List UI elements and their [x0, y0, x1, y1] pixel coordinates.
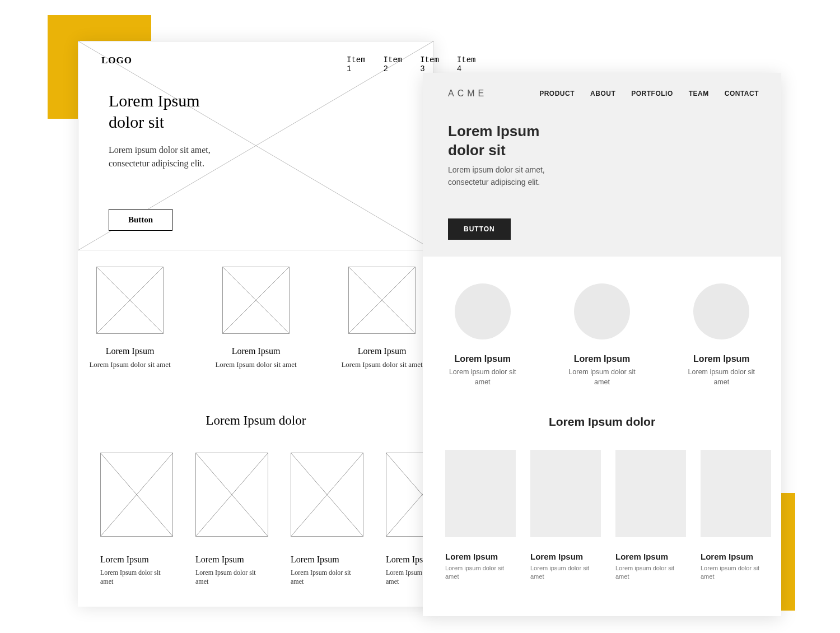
feature-title: Lorem Ipsum: [564, 354, 639, 364]
mockup-nav-item[interactable]: ABOUT: [590, 90, 615, 97]
mockup-logo[interactable]: ACME: [448, 89, 487, 99]
mockup-nav-item[interactable]: PORTFOLIO: [631, 90, 673, 97]
feature-subtitle: Lorem Ipsum dolor sit amet: [88, 360, 172, 370]
wireframe-nav: Item 1 Item 2 Item 3 Item 4: [347, 55, 475, 73]
mockup-portfolio-item: Lorem Ipsum Lorem ipsum dolor sit amet: [701, 450, 771, 581]
mockup-hero-title: Lorem Ipsum dolor sit: [448, 122, 539, 160]
portfolio-title: Lorem Ipsum: [701, 552, 771, 561]
wireframe-nav-item[interactable]: Item 2: [384, 55, 403, 73]
mockup-features-row: Lorem Ipsum Lorem ipsum dolor sit amet L…: [423, 257, 781, 387]
feature-subtitle: Lorem ipsum dolor sit amet: [684, 367, 759, 387]
wireframe-feature-item: Lorem Ipsum Lorem Ipsum dolor sit amet: [88, 267, 172, 370]
wireframe-logo[interactable]: LOGO: [101, 55, 132, 66]
mockup-hero-subtitle: Lorem ipsum dolor sit amet, consectetur …: [448, 164, 545, 189]
feature-title: Lorem Ipsum: [684, 354, 759, 364]
mockup-feature-item: Lorem Ipsum Lorem ipsum dolor sit amet: [564, 283, 639, 387]
portfolio-title: Lorem Ipsum: [100, 555, 173, 565]
mockup-portfolio-item: Lorem Ipsum Lorem ipsum dolor sit amet: [445, 450, 516, 581]
wireframe-feature-item: Lorem Ipsum Lorem Ipsum dolor sit amet: [214, 267, 298, 370]
portfolio-subtitle: Lorem Ipsum dolor sit amet: [291, 568, 363, 586]
portfolio-subtitle: Lorem ipsum dolor sit amet: [615, 564, 686, 581]
image-placeholder-icon: [291, 453, 363, 537]
feature-title: Lorem Ipsum: [445, 354, 520, 364]
rect-placeholder-icon: [615, 450, 686, 537]
feature-subtitle: Lorem Ipsum dolor sit amet: [340, 360, 424, 370]
wireframe-hero-button[interactable]: Button: [109, 209, 172, 231]
circle-placeholder-icon: [693, 283, 749, 339]
wireframe-section-title: Lorem Ipsum dolor: [78, 413, 434, 428]
portfolio-title: Lorem Ipsum: [195, 555, 268, 565]
wireframe-hero-subtitle: Lorem ipsum dolor sit amet, consectetur …: [109, 143, 211, 170]
mockup-nav-item[interactable]: TEAM: [689, 90, 709, 97]
wireframe-panel: LOGO Item 1 Item 2 Item 3 Item 4 Lorem I…: [78, 41, 434, 607]
mockup-hero-button[interactable]: BUTTON: [448, 218, 511, 240]
feature-subtitle: Lorem ipsum dolor sit amet: [564, 367, 639, 387]
feature-subtitle: Lorem ipsum dolor sit amet: [445, 367, 520, 387]
image-placeholder-icon: [96, 267, 164, 334]
wireframe-nav-item[interactable]: Item 4: [457, 55, 476, 73]
circle-placeholder-icon: [574, 283, 630, 339]
mockup-nav-item[interactable]: PRODUCT: [539, 90, 575, 97]
portfolio-subtitle: Lorem Ipsum dolor sit amet: [195, 568, 268, 586]
wireframe-hero-section: LOGO Item 1 Item 2 Item 3 Item 4 Lorem I…: [78, 41, 434, 250]
mockup-portfolio-item: Lorem Ipsum Lorem ipsum dolor sit amet: [615, 450, 686, 581]
portfolio-title: Lorem Ipsum: [530, 552, 601, 561]
portfolio-subtitle: Lorem ipsum dolor sit amet: [701, 564, 771, 581]
portfolio-title: Lorem Ipsum: [291, 555, 363, 565]
image-placeholder-icon: [195, 453, 268, 537]
mockup-hero-section: ACME PRODUCT ABOUT PORTFOLIO TEAM CONTAC…: [423, 73, 781, 257]
wireframe-portfolio-row: Lorem Ipsum Lorem Ipsum dolor sit amet L…: [100, 453, 464, 586]
image-placeholder-icon: [222, 267, 290, 334]
image-placeholder-icon: [348, 267, 416, 334]
mockup-panel: ACME PRODUCT ABOUT PORTFOLIO TEAM CONTAC…: [423, 73, 781, 616]
portfolio-title: Lorem Ipsum: [615, 552, 686, 561]
feature-title: Lorem Ipsum: [214, 346, 298, 356]
wireframe-feature-item: Lorem Ipsum Lorem Ipsum dolor sit amet: [340, 267, 424, 370]
feature-subtitle: Lorem Ipsum dolor sit amet: [214, 360, 298, 370]
wireframe-nav-item[interactable]: Item 3: [420, 55, 439, 73]
portfolio-subtitle: Lorem Ipsum dolor sit amet: [100, 568, 173, 586]
mockup-feature-item: Lorem Ipsum Lorem ipsum dolor sit amet: [445, 283, 520, 387]
portfolio-subtitle: Lorem ipsum dolor sit amet: [445, 564, 516, 581]
wireframe-portfolio-item: Lorem Ipsum Lorem Ipsum dolor sit amet: [291, 453, 363, 586]
feature-title: Lorem Ipsum: [340, 346, 424, 356]
mockup-feature-item: Lorem Ipsum Lorem ipsum dolor sit amet: [684, 283, 759, 387]
rect-placeholder-icon: [530, 450, 601, 537]
wireframe-nav-item[interactable]: Item 1: [347, 55, 366, 73]
wireframe-portfolio-item: Lorem Ipsum Lorem Ipsum dolor sit amet: [100, 453, 173, 586]
rect-placeholder-icon: [701, 450, 771, 537]
wireframe-portfolio-item: Lorem Ipsum Lorem Ipsum dolor sit amet: [195, 453, 268, 586]
mockup-section-title: Lorem Ipsum dolor: [423, 415, 781, 429]
feature-title: Lorem Ipsum: [88, 346, 172, 356]
wireframe-hero-title: Lorem Ipsum dolor sit: [109, 90, 199, 132]
mockup-nav-item[interactable]: CONTACT: [725, 90, 759, 97]
portfolio-title: Lorem Ipsum: [445, 552, 516, 561]
rect-placeholder-icon: [445, 450, 516, 537]
circle-placeholder-icon: [455, 283, 511, 339]
mockup-portfolio-item: Lorem Ipsum Lorem ipsum dolor sit amet: [530, 450, 601, 581]
portfolio-subtitle: Lorem ipsum dolor sit amet: [530, 564, 601, 581]
wireframe-features-row: Lorem Ipsum Lorem Ipsum dolor sit amet L…: [78, 267, 434, 370]
mockup-nav: PRODUCT ABOUT PORTFOLIO TEAM CONTACT: [539, 90, 759, 97]
mockup-portfolio-row: Lorem Ipsum Lorem ipsum dolor sit amet L…: [423, 429, 781, 581]
image-placeholder-icon: [100, 453, 173, 537]
